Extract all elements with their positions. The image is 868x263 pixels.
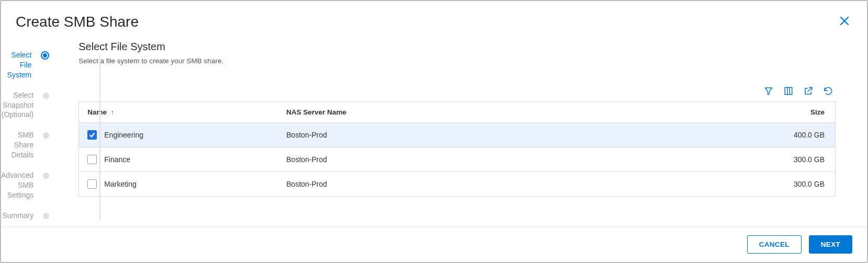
file-system-size: 300.0 GB — [678, 147, 835, 172]
step-label: Summary — [2, 211, 33, 221]
step-label: Select File System — [1, 50, 31, 80]
column-header-size[interactable]: Size — [678, 102, 835, 123]
wizard-step-advanced-smb[interactable]: Advanced SMB Settings — [1, 165, 52, 205]
column-header-label: Size — [810, 108, 825, 116]
column-header-label: NAS Server Name — [286, 108, 346, 116]
step-dot-icon — [43, 173, 49, 179]
nas-server-name: Boston-Prod — [278, 123, 678, 147]
checkbox-icon[interactable] — [87, 179, 97, 189]
table-row[interactable]: Finance Boston-Prod 300.0 GB — [79, 147, 835, 172]
step-label: Advanced SMB Settings — [1, 170, 33, 200]
file-systems-table: Name ↑ NAS Server Name Size — [78, 101, 836, 197]
filter-icon[interactable] — [763, 86, 774, 96]
modal-title: Create SMB Share — [16, 14, 139, 30]
main-content: Select File System Select a file system … — [52, 35, 867, 226]
wizard-step-smb-details[interactable]: SMB Share Details — [1, 125, 52, 165]
file-system-name: Marketing — [104, 180, 136, 188]
file-system-name: Engineering — [104, 131, 143, 139]
table-header-row: Name ↑ NAS Server Name Size — [79, 102, 835, 123]
wizard-steps: Select File System Select Snapshot (Opti… — [1, 45, 52, 226]
columns-icon[interactable] — [783, 86, 794, 96]
sort-asc-icon: ↑ — [111, 108, 115, 116]
table-row[interactable]: Engineering Boston-Prod 400.0 GB — [79, 123, 835, 147]
file-system-size: 400.0 GB — [678, 123, 835, 147]
file-system-size: 300.0 GB — [678, 172, 835, 197]
wizard-nav: Select File System Select Snapshot (Opti… — [1, 35, 52, 226]
wizard-step-summary[interactable]: Summary — [1, 205, 52, 226]
create-smb-share-modal: Create SMB Share Select File System Sele… — [0, 0, 868, 263]
step-label: SMB Share Details — [1, 130, 33, 160]
next-button[interactable]: Next — [809, 235, 852, 254]
svg-rect-2 — [785, 87, 792, 95]
close-icon[interactable] — [837, 14, 852, 30]
nas-server-name: Boston-Prod — [278, 172, 678, 197]
modal-footer: Cancel Next — [1, 226, 867, 262]
content-title: Select File System — [78, 41, 836, 53]
nas-server-name: Boston-Prod — [278, 147, 678, 172]
table-row[interactable]: Marketing Boston-Prod 300.0 GB — [79, 172, 835, 197]
step-label: Select Snapshot (Optional) — [1, 90, 33, 120]
wizard-step-select-file-system[interactable]: Select File System — [1, 45, 52, 85]
wizard-step-select-snapshot[interactable]: Select Snapshot (Optional) — [1, 85, 52, 125]
content-subtitle: Select a file system to create your SMB … — [78, 57, 836, 65]
modal-header: Create SMB Share — [1, 1, 867, 35]
checkbox-icon[interactable] — [87, 130, 97, 140]
table-toolbar — [78, 86, 836, 96]
column-header-name[interactable]: Name ↑ — [79, 102, 278, 123]
cancel-button[interactable]: Cancel — [747, 235, 802, 254]
checkbox-icon[interactable] — [87, 155, 97, 164]
step-dot-icon — [43, 132, 49, 139]
column-header-label: Name — [87, 108, 107, 116]
step-dot-icon — [43, 93, 49, 99]
file-system-name: Finance — [104, 155, 130, 164]
export-icon[interactable] — [803, 86, 814, 96]
column-header-nas[interactable]: NAS Server Name — [278, 102, 678, 123]
refresh-icon[interactable] — [823, 86, 833, 96]
step-dot-icon — [43, 213, 49, 219]
step-dot-icon — [41, 51, 49, 60]
